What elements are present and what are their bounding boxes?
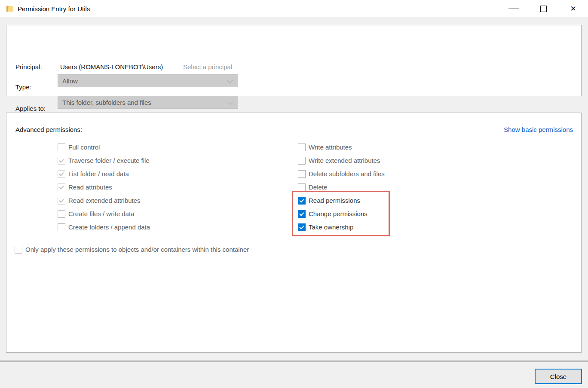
perm-label: Write extended attributes xyxy=(309,157,380,164)
perm-row-traverse-folder[interactable]: Traverse folder / execute file xyxy=(58,154,150,167)
perm-label: Create folders / append data xyxy=(68,223,150,231)
applies-to-label: Applies to: xyxy=(15,105,46,112)
perm-row-list-folder[interactable]: List folder / read data xyxy=(58,167,150,180)
principal-label: Principal: xyxy=(15,63,42,70)
checkbox[interactable] xyxy=(298,157,306,165)
maximize-icon xyxy=(540,6,547,12)
perm-row-read-attributes[interactable]: Read attributes xyxy=(58,180,150,194)
perm-row-delete[interactable]: Delete xyxy=(298,180,385,194)
advanced-permissions-heading: Advanced permissions: xyxy=(15,126,82,133)
chevron-down-icon xyxy=(227,78,233,83)
minimize-button[interactable] xyxy=(499,0,529,17)
perm-row-create-folders[interactable]: Create folders / append data xyxy=(58,220,150,234)
permissions-column-right: Write attributes Write extended attribut… xyxy=(298,141,385,234)
perm-row-write-attributes[interactable]: Write attributes xyxy=(298,141,385,154)
advanced-permissions-panel: Advanced permissions: Show basic permiss… xyxy=(6,113,582,353)
perm-label: Delete subfolders and files xyxy=(309,170,385,177)
permission-entry-dialog: { "window": { "title": "Permission Entry… xyxy=(0,0,588,388)
applies-to-dropdown-value: This folder, subfolders and files xyxy=(62,99,151,106)
type-dropdown[interactable]: Allow xyxy=(58,74,238,87)
titlebar: Permission Entry for Utils ✕ xyxy=(0,0,588,17)
perm-row-create-files[interactable]: Create files / write data xyxy=(58,207,150,220)
perm-label: Full control xyxy=(68,144,100,151)
only-apply-row[interactable]: Only apply these permissions to objects … xyxy=(15,243,249,256)
checkbox[interactable] xyxy=(15,246,22,254)
principal-panel: Principal: Users (ROMANS-LONEBOT\Users) … xyxy=(6,25,582,96)
perm-row-take-ownership[interactable]: Take ownership xyxy=(298,220,385,234)
footer-divider xyxy=(0,361,588,362)
perm-row-read-extended-attributes[interactable]: Read extended attributes xyxy=(58,194,150,207)
checkbox[interactable] xyxy=(58,157,65,165)
perm-label: Read permissions xyxy=(309,197,360,204)
perm-row-change-permissions[interactable]: Change permissions xyxy=(298,207,385,220)
close-button[interactable]: Close xyxy=(535,369,582,384)
permissions-column-left: Full control Traverse folder / execute f… xyxy=(58,141,150,234)
checkbox[interactable] xyxy=(58,170,65,178)
perm-label: List folder / read data xyxy=(68,170,129,177)
checkbox[interactable] xyxy=(298,144,306,151)
show-basic-permissions-link[interactable]: Show basic permissions xyxy=(504,126,573,133)
only-apply-label: Only apply these permissions to objects … xyxy=(25,246,249,253)
perm-row-read-permissions[interactable]: Read permissions xyxy=(298,194,385,207)
perm-label: Read extended attributes xyxy=(68,197,141,204)
applies-to-dropdown[interactable]: This folder, subfolders and files xyxy=(58,96,238,109)
checkbox[interactable] xyxy=(58,223,65,231)
chevron-down-icon xyxy=(227,99,233,105)
checkbox[interactable] xyxy=(298,210,306,218)
type-label: Type: xyxy=(15,83,31,91)
checkbox[interactable] xyxy=(298,197,306,205)
type-dropdown-value: Allow xyxy=(62,77,78,85)
checkbox[interactable] xyxy=(298,170,306,178)
checkbox[interactable] xyxy=(298,223,306,231)
perm-row-full-control[interactable]: Full control xyxy=(58,141,150,154)
perm-label: Take ownership xyxy=(309,223,353,231)
close-icon: ✕ xyxy=(570,5,576,12)
maximize-button[interactable] xyxy=(529,0,558,17)
checkbox[interactable] xyxy=(58,144,65,151)
folder-icon xyxy=(6,5,14,12)
minimize-icon xyxy=(508,8,519,9)
window-title: Permission Entry for Utils xyxy=(18,5,90,12)
checkbox[interactable] xyxy=(58,210,65,218)
perm-row-delete-subfolders[interactable]: Delete subfolders and files xyxy=(298,167,385,180)
checkbox[interactable] xyxy=(58,183,65,191)
perm-row-write-extended-attributes[interactable]: Write extended attributes xyxy=(298,154,385,167)
select-principal-link[interactable]: Select a principal xyxy=(183,63,232,70)
perm-label: Change permissions xyxy=(309,210,368,217)
perm-label: Create files / write data xyxy=(68,210,134,217)
checkbox[interactable] xyxy=(58,197,65,205)
principal-value: Users (ROMANS-LONEBOT\Users) xyxy=(60,63,163,70)
perm-label: Traverse folder / execute file xyxy=(68,157,150,164)
perm-label: Delete xyxy=(309,183,327,191)
perm-label: Read attributes xyxy=(68,183,112,191)
checkbox[interactable] xyxy=(298,183,306,191)
perm-label: Write attributes xyxy=(309,144,352,151)
close-button-titlebar[interactable]: ✕ xyxy=(558,0,588,17)
window-controls: ✕ xyxy=(499,0,588,17)
